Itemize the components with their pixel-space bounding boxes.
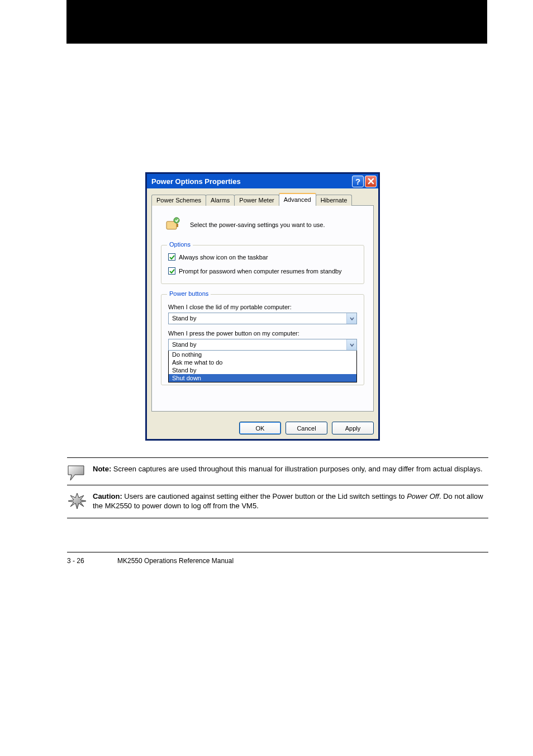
tab-power-meter[interactable]: Power Meter	[234, 195, 279, 206]
help-icon: ?	[355, 177, 360, 186]
close-button[interactable]	[365, 176, 377, 187]
note-text: Note: Screen captures are used throughou…	[93, 465, 483, 481]
chevron-down-icon	[350, 343, 354, 347]
select-close-lid[interactable]: Stand by	[168, 313, 357, 324]
tab-power-schemes[interactable]: Power Schemes	[151, 195, 206, 206]
power-options-dialog: Power Options Properties ? Power Schemes…	[145, 172, 380, 441]
select-close-lid-value: Stand by	[169, 313, 346, 324]
select-power-button[interactable]: Stand by	[168, 339, 357, 351]
label-prompt-password: Prompt for password when computer resume…	[179, 268, 342, 275]
tab-bar: Power Schemes Alarms Power Meter Advance…	[151, 193, 374, 206]
checkmark-icon	[169, 254, 175, 260]
dropdown-option-do-nothing[interactable]: Do nothing	[169, 351, 356, 358]
power-buttons-legend: Power buttons	[167, 290, 211, 297]
svg-rect-1	[177, 224, 178, 227]
dropdown-list: Do nothing Ask me what to do Stand by Sh…	[168, 351, 357, 382]
speech-bubble-icon	[67, 465, 87, 481]
dialog-title: Power Options Properties	[151, 177, 351, 186]
chevron-down-icon	[350, 316, 354, 321]
label-close-lid: When I close the lid of my portable comp…	[168, 304, 357, 310]
dropdown-arrow	[346, 339, 356, 350]
header-black-bar	[66, 0, 487, 44]
options-legend: Options	[167, 241, 193, 248]
options-group: Options Always show icon on the taskbar	[161, 245, 364, 284]
dialog-container: Power Options Properties ? Power Schemes…	[145, 172, 380, 441]
power-buttons-group: Power buttons When I close the lid of my…	[161, 294, 364, 385]
caution-emphasis: Power Off	[407, 492, 439, 500]
manual-title: MK2550 Operations Reference Manual	[117, 557, 234, 565]
caution-label: Caution:	[93, 492, 122, 500]
close-icon	[368, 178, 374, 185]
advanced-tab-panel: Select the power-saving settings you wan…	[151, 205, 374, 412]
label-power-button: When I press the power button on my comp…	[168, 330, 357, 337]
label-show-icon: Always show icon on the taskbar	[179, 254, 268, 261]
caution-block: Caution: Users are cautioned against set…	[67, 485, 488, 514]
dropdown-option-ask[interactable]: Ask me what to do	[169, 358, 356, 366]
dropdown-arrow	[346, 313, 356, 324]
tab-alarms[interactable]: Alarms	[206, 195, 235, 206]
dropdown-option-shutdown[interactable]: Shut down	[169, 374, 356, 382]
title-bar: Power Options Properties ?	[147, 174, 378, 188]
ok-button[interactable]: OK	[239, 422, 281, 434]
page-number: 3 - 26	[67, 557, 117, 565]
note-body: Screen captures are used throughout this…	[111, 465, 482, 473]
tab-hibernate[interactable]: Hibernate	[316, 195, 353, 206]
instruction-text: Select the power-saving settings you wan…	[190, 221, 325, 228]
help-button[interactable]: ?	[352, 176, 364, 187]
dialog-button-row: OK Cancel Apply	[147, 416, 378, 439]
burst-icon	[67, 492, 87, 509]
select-power-button-value: Stand by	[169, 339, 346, 350]
caution-body-1: Users are cautioned against setting eith…	[122, 492, 407, 500]
cancel-button[interactable]: Cancel	[285, 422, 327, 434]
caution-text: Caution: Users are cautioned against set…	[93, 492, 488, 511]
note-label: Note:	[93, 465, 111, 473]
dropdown-option-standby[interactable]: Stand by	[169, 366, 356, 374]
checkbox-show-icon[interactable]	[168, 253, 175, 261]
tab-advanced[interactable]: Advanced	[279, 193, 316, 206]
checkbox-prompt-password[interactable]	[168, 267, 175, 275]
apply-button[interactable]: Apply	[332, 422, 374, 434]
divider	[67, 518, 488, 518]
note-block: Note: Screen captures are used throughou…	[67, 457, 488, 485]
page-footer: 3 - 26 MK2550 Operations Reference Manua…	[67, 552, 488, 565]
battery-icon	[164, 216, 182, 234]
svg-point-2	[174, 218, 179, 223]
checkmark-icon	[169, 268, 175, 274]
